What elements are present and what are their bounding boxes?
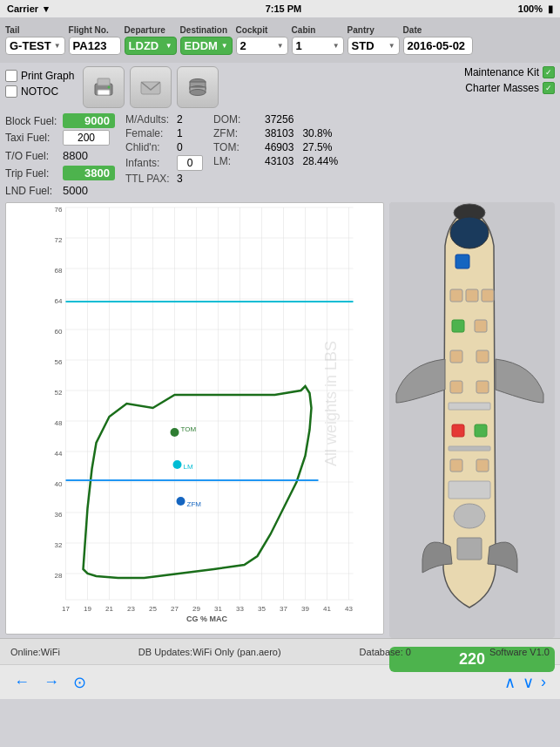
svg-text:37: 37 — [280, 605, 287, 613]
dom-label: DOM: — [213, 113, 261, 126]
block-fuel-input[interactable]: 9000 — [63, 113, 115, 128]
svg-rect-91 — [452, 424, 464, 437]
svg-point-97 — [454, 504, 485, 528]
nav-right: ∧ ∨ › — [504, 673, 546, 692]
print-graph-checkbox[interactable] — [5, 70, 17, 82]
chevron-right-button[interactable]: › — [541, 673, 546, 692]
taxi-fuel-row: Taxi Fuel: — [5, 130, 115, 146]
database-button[interactable] — [177, 66, 219, 108]
battery-label: 100% — [518, 3, 543, 14]
tail-chevron-icon: ▼ — [54, 42, 61, 50]
svg-text:72: 72 — [55, 236, 63, 244]
top-section: Print Graph NOTOC — [0, 63, 560, 202]
children-value: 0 — [177, 141, 183, 153]
date-select[interactable]: 2016-05-02 — [403, 37, 473, 55]
svg-text:23: 23 — [127, 605, 135, 613]
tail-select[interactable]: G-TEST ▼ — [5, 37, 65, 55]
infants-row: Infants: — [125, 155, 203, 171]
zfm-pct: 30.8% — [302, 127, 332, 139]
children-label: Chlid'n: — [125, 141, 173, 153]
wifi-status: Online:WiFi — [10, 647, 60, 657]
charter-masses-label: Charter Masses — [465, 82, 539, 94]
svg-rect-94 — [450, 459, 462, 472]
departure-select[interactable]: LDZD ▼ — [125, 37, 177, 55]
female-label: Female: — [125, 127, 173, 139]
cockpit-select[interactable]: 2 ▼ — [236, 37, 288, 55]
aircraft-diagram — [389, 202, 555, 638]
trip-fuel-input[interactable]: 3800 — [63, 166, 115, 180]
svg-text:27: 27 — [171, 605, 179, 613]
maintenance-kit-checkbox[interactable]: ✓ — [543, 66, 555, 78]
trip-fuel-label: Trip Fuel: — [5, 167, 59, 180]
svg-text:35: 35 — [258, 605, 266, 613]
notoc-label: NOTOC — [21, 85, 58, 98]
tail-label: Tail — [5, 25, 19, 35]
copy-button[interactable]: ⊙ — [73, 673, 86, 692]
database-status: Database: 0 — [360, 647, 411, 657]
lm-pct: 28.44% — [302, 155, 338, 167]
zfm-row: ZFM: 38103 30.8% — [213, 127, 338, 139]
zfm-label: ZFM: — [213, 127, 261, 139]
svg-text:40: 40 — [55, 480, 63, 488]
svg-rect-95 — [476, 459, 489, 472]
cabin-select[interactable]: 1 ▼ — [292, 37, 344, 55]
cockpit-chevron-icon: ▼ — [277, 42, 284, 50]
dom-row: DOM: 37256 — [213, 113, 338, 126]
nav-left: ← → ⊙ — [14, 673, 86, 692]
print-button[interactable] — [83, 66, 125, 108]
tom-row: TOM: 46903 27.5% — [213, 141, 338, 153]
notoc-checkbox[interactable] — [5, 85, 17, 98]
print-graph-row[interactable]: Print Graph — [5, 70, 74, 82]
svg-text:25: 25 — [149, 605, 157, 613]
charter-masses-row[interactable]: Charter Masses ✓ — [465, 82, 555, 94]
svg-point-79 — [450, 217, 489, 248]
flightno-select[interactable]: PA123 — [69, 37, 121, 55]
svg-rect-82 — [466, 289, 478, 302]
cabin-label: Cabin — [292, 25, 316, 35]
email-button[interactable] — [130, 66, 172, 108]
maintenance-kit-row[interactable]: Maintenance Kit ✓ — [464, 66, 555, 78]
madults-value: 2 — [177, 113, 183, 126]
date-field: Date 2016-05-02 — [403, 25, 473, 55]
back-button[interactable]: ← — [14, 673, 30, 692]
cabin-field: Cabin 1 ▼ — [292, 25, 344, 55]
print-graph-label: Print Graph — [21, 70, 74, 82]
svg-point-3 — [108, 86, 111, 89]
right-panel: 220 — [389, 202, 555, 635]
cockpit-label: Cockpit — [236, 25, 268, 35]
svg-rect-88 — [450, 381, 462, 393]
svg-text:39: 39 — [301, 605, 309, 613]
svg-text:17: 17 — [62, 605, 70, 613]
svg-text:TOM: TOM — [181, 425, 197, 433]
svg-text:43: 43 — [345, 605, 353, 613]
svg-text:19: 19 — [84, 605, 91, 613]
svg-point-74 — [177, 497, 186, 506]
block-fuel-label: Block Fuel: — [5, 115, 59, 127]
down-button[interactable]: ∨ — [523, 673, 534, 692]
cockpit-field: Cockpit 2 ▼ — [236, 25, 288, 55]
taxi-fuel-input[interactable] — [63, 130, 110, 146]
departure-chevron-icon: ▼ — [165, 42, 172, 50]
children-row: Chlid'n: 0 — [125, 141, 203, 153]
notoc-row[interactable]: NOTOC — [5, 85, 74, 98]
block-fuel-row: Block Fuel: 9000 — [5, 113, 115, 128]
svg-rect-80 — [455, 255, 469, 268]
pantry-select[interactable]: STD ▼ — [347, 37, 400, 55]
destination-select[interactable]: EDDM ▼ — [180, 37, 233, 55]
svg-text:28: 28 — [55, 572, 63, 580]
departure-field: Departure LDZD ▼ — [125, 25, 177, 55]
svg-text:64: 64 — [55, 297, 63, 305]
up-button[interactable]: ∧ — [504, 673, 516, 692]
svg-text:41: 41 — [323, 605, 331, 613]
svg-rect-83 — [482, 289, 494, 302]
forward-button[interactable]: → — [44, 673, 59, 692]
time-display: 7:15 PM — [266, 3, 302, 14]
checkbox-area: Print Graph NOTOC — [5, 66, 74, 98]
lnd-fuel-row: LND Fuel: 5000 — [5, 182, 115, 199]
flightno-label: Flight No. — [69, 25, 109, 35]
infants-input[interactable] — [177, 155, 203, 171]
charter-masses-checkbox[interactable]: ✓ — [543, 82, 555, 94]
svg-point-72 — [173, 460, 182, 469]
svg-rect-1 — [98, 78, 110, 85]
zfm-value: 38103 — [265, 127, 293, 139]
